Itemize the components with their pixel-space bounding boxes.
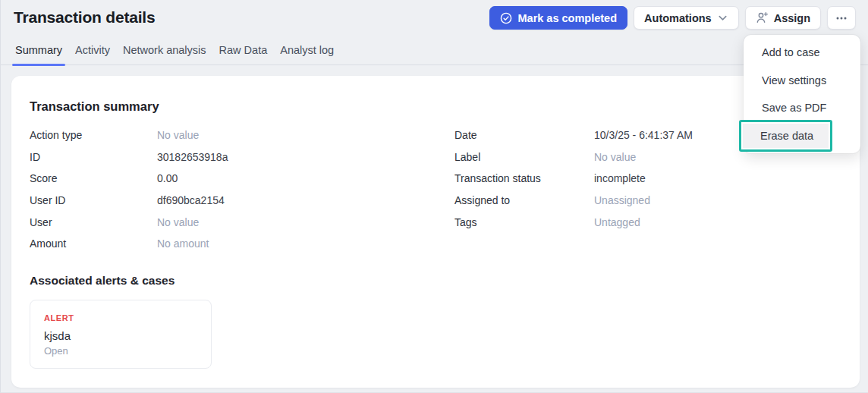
field-assigned-to: Assigned to Unassigned [454, 190, 841, 212]
alert-title: kjsda [44, 329, 197, 342]
field-value: No value [594, 151, 636, 163]
person-plus-icon [756, 11, 769, 24]
more-actions-button[interactable] [827, 6, 856, 30]
check-circle-icon [500, 12, 512, 24]
ellipsis-icon [835, 12, 848, 24]
field-value: No value [157, 216, 199, 228]
field-label: Date [454, 129, 594, 141]
menu-item-erase-data-label: Erase data [741, 130, 813, 142]
field-label: Score [30, 172, 157, 184]
transaction-summary-card: Transaction summary Action type No value… [11, 76, 860, 388]
alert-card[interactable]: ALERT kjsda Open [30, 300, 212, 369]
field-label: Tags [454, 216, 594, 228]
field-value: Unassigned [594, 194, 650, 206]
field-score: Score 0.00 [30, 168, 454, 190]
tab-summary[interactable]: Summary [12, 39, 65, 66]
field-action-type: Action type No value [30, 124, 454, 146]
alert-type-badge: ALERT [44, 313, 197, 322]
mark-completed-label: Mark as completed [517, 12, 617, 24]
field-value: incomplete [594, 172, 646, 184]
menu-item-save-as-pdf[interactable]: Save as PDF [744, 94, 860, 122]
field-label: User ID [30, 194, 157, 206]
assign-button[interactable]: Assign [745, 6, 821, 30]
field-value: 0.00 [157, 172, 178, 184]
tab-raw-data[interactable]: Raw Data [216, 39, 271, 66]
field-value: df690bca2154 [157, 194, 225, 206]
transaction-details-panel: Transaction details Mark as completed Au… [0, 0, 868, 393]
field-label: User [30, 216, 157, 228]
field-label: Assigned to [454, 194, 594, 206]
summary-grid: Action type No value ID 30182653918a Sco… [30, 124, 841, 255]
field-user-id: User ID df690bca2154 [30, 190, 454, 212]
field-label: ID [30, 151, 157, 163]
field-value: Untagged [594, 216, 640, 228]
page-title: Transaction details [14, 8, 155, 27]
tab-activity[interactable]: Activity [72, 39, 113, 66]
associated-alerts-heading: Associated alerts & cases [30, 274, 841, 288]
field-label: Label [454, 151, 594, 163]
summary-left-column: Action type No value ID 30182653918a Sco… [30, 124, 454, 255]
field-tags: Tags Untagged [454, 211, 841, 233]
assign-label: Assign [774, 12, 810, 24]
menu-item-add-to-case[interactable]: Add to case [744, 39, 860, 67]
menu-item-view-settings[interactable]: View settings [744, 67, 860, 95]
field-label: Transaction status [454, 172, 594, 184]
erase-data-highlight-box[interactable]: Erase data [739, 120, 832, 152]
summary-heading: Transaction summary [30, 99, 841, 114]
field-amount: Amount No amount [30, 233, 454, 255]
alert-status: Open [44, 345, 197, 357]
tab-bar: Summary Activity Network analysis Raw Da… [12, 39, 337, 66]
field-value: No value [157, 129, 199, 141]
field-value: No amount [157, 237, 209, 250]
field-value: 10/3/25 - 6:41:37 AM [594, 129, 693, 141]
field-id: ID 30182653918a [30, 146, 454, 168]
tab-analyst-log[interactable]: Analyst log [277, 39, 337, 66]
field-label: Action type [30, 129, 157, 141]
chevron-down-icon [717, 12, 728, 24]
field-label: Amount [30, 237, 157, 250]
field-transaction-status: Transaction status incomplete [454, 168, 841, 190]
automations-label: Automations [644, 12, 712, 24]
field-user: User No value [30, 211, 454, 233]
automations-button[interactable]: Automations [634, 6, 739, 30]
tab-network-analysis[interactable]: Network analysis [120, 39, 209, 66]
field-value: 30182653918a [157, 151, 228, 163]
mark-completed-button[interactable]: Mark as completed [489, 6, 627, 30]
header-actions: Mark as completed Automations Assign [489, 6, 856, 30]
